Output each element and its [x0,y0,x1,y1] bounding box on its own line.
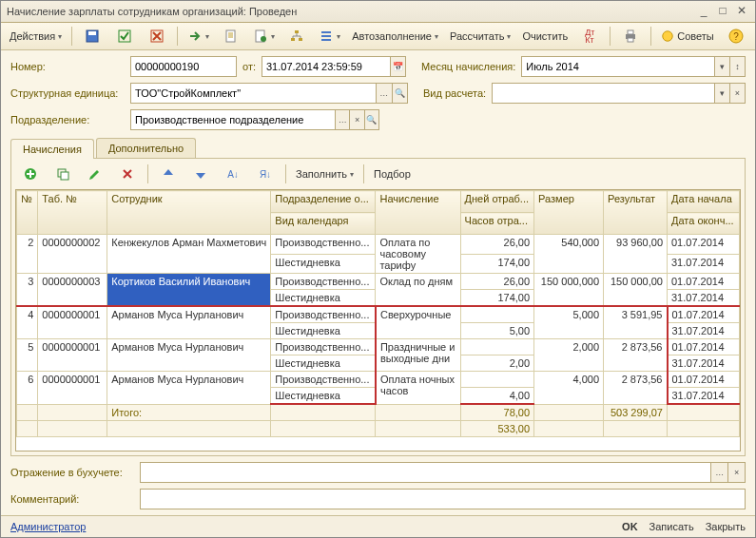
acc-label: Отражение в бухучете: [10,467,134,478]
comment-field[interactable] [140,489,746,509]
user-link[interactable]: Администратор [10,521,86,532]
edit-row-icon[interactable] [80,163,110,185]
save-button[interactable]: Записать [649,521,694,532]
select-icon[interactable]: … [376,84,391,103]
tab-additional[interactable]: Дополнительно [96,138,196,158]
actions-menu[interactable]: Действия [5,25,67,48]
month-label: Месяц начисления: [421,61,515,72]
select-icon[interactable]: … [335,110,349,129]
clear-button[interactable]: Очистить [517,25,572,48]
svg-rect-12 [628,38,633,42]
window-title: Начисление зарплаты сотрудникам организа… [7,6,297,17]
svg-rect-4 [226,30,235,42]
number-label: Номер: [10,61,125,72]
tips-button[interactable]: Советы [656,25,718,48]
calendar-icon[interactable]: 📅 [390,57,405,76]
doc-icon[interactable] [216,25,246,48]
list-icon[interactable] [314,25,345,48]
add-row-icon[interactable] [15,163,46,185]
acc-field[interactable]: …× [140,462,746,483]
svg-point-6 [261,36,266,42]
sort-asc-icon[interactable]: A↓ [218,163,248,185]
clear-icon[interactable]: × [727,463,745,482]
titlebar: Начисление зарплаты сотрудникам организа… [1,1,755,23]
unpost-icon[interactable] [142,25,172,48]
autofill-menu[interactable]: Автозаполнение [347,25,443,48]
open-icon[interactable]: 🔍 [392,84,407,103]
open-icon[interactable]: 🔍 [364,110,378,129]
spin-icon[interactable]: ↕ [729,57,745,76]
svg-rect-1 [88,31,96,35]
sort-desc-icon[interactable]: Я↓ [250,163,281,185]
unit-field[interactable]: …🔍 [130,83,408,104]
dropdown-icon[interactable]: ▾ [714,57,729,76]
comment-label: Комментарий: [10,493,134,505]
dropdown-icon[interactable]: ▾ [714,84,729,103]
copy-row-icon[interactable] [48,163,78,185]
close-button-footer[interactable]: Закрыть [706,521,746,532]
svg-point-13 [663,31,673,42]
accruals-grid[interactable]: № Таб. № Сотрудник Подразделение о... На… [15,189,741,452]
fill-menu[interactable]: Заполнить [291,163,359,185]
post-icon[interactable] [109,25,140,48]
pick-button[interactable]: Подбор [369,163,416,185]
dtkt-icon[interactable]: ДтКт [574,25,605,48]
grid-toolbar: A↓ Я↓ Заполнить Подбор [15,163,741,185]
main-toolbar: Действия Автозаполнение Рассчитать Очист… [1,23,755,50]
attach-icon[interactable] [248,25,280,48]
help-icon[interactable]: ? [721,25,751,48]
number-field[interactable] [130,56,237,77]
svg-rect-18 [61,172,68,180]
delete-row-icon[interactable] [112,163,143,185]
go-icon[interactable] [183,25,214,48]
svg-rect-11 [628,30,633,34]
svg-text:?: ? [733,31,739,42]
struct-icon[interactable] [281,25,312,48]
svg-rect-9 [299,38,302,41]
month-field[interactable]: ▾↕ [521,56,746,77]
svg-rect-7 [295,30,299,33]
tabs: Начисления Дополнительно [10,138,746,159]
move-down-icon[interactable] [185,163,216,185]
dept-label: Подразделение: [10,114,125,125]
status-bar: Администратор OK Записать Закрыть [1,515,755,537]
clear-icon[interactable]: × [729,84,745,103]
maximize-button[interactable]: □ [715,4,730,19]
move-up-icon[interactable] [153,163,184,185]
ok-button[interactable]: OK [622,521,638,532]
tab-accruals[interactable]: Начисления [10,139,94,159]
save-icon[interactable] [77,25,107,48]
unit-label: Структурная единица: [10,87,125,99]
date-field[interactable]: 📅 [262,56,406,77]
svg-rect-8 [291,38,295,41]
calculate-menu[interactable]: Рассчитать [445,25,515,48]
select-icon[interactable]: … [710,463,727,482]
calckind-field[interactable]: ▾× [492,83,746,104]
close-button[interactable]: ✕ [734,4,749,19]
print-icon[interactable] [615,25,646,48]
clear-icon[interactable]: × [349,110,363,129]
calckind-label: Вид расчета: [423,87,486,99]
from-label: от: [242,61,256,72]
dept-field[interactable]: …×🔍 [130,109,379,130]
minimize-button[interactable]: _ [696,4,711,19]
